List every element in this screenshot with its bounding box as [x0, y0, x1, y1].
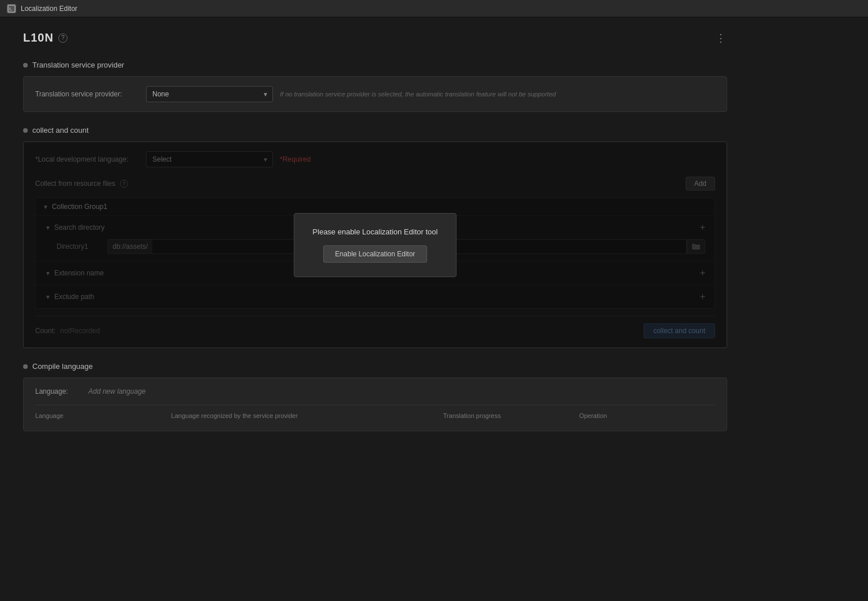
add-language-input[interactable]: [88, 387, 175, 395]
compile-body: Language: Language Language recognized b…: [23, 378, 727, 431]
translation-provider-header: Translation service provider: [23, 61, 727, 69]
title-bar-label: Localization Editor: [21, 5, 77, 13]
compile-dot: [23, 364, 28, 369]
app-title-group: L10N ?: [23, 31, 68, 44]
svg-text:L: L: [9, 6, 12, 12]
collect-count-header: collect and count: [23, 126, 727, 135]
translation-provider-body: Translation service provider: None ▼ If …: [23, 76, 727, 112]
translation-provider-section: Translation service provider Translation…: [23, 61, 727, 112]
compile-lang-title: Compile language: [32, 362, 93, 371]
app-header: L10N ? ⋮: [23, 31, 727, 44]
language-table-header: Language Language recognized by the serv…: [35, 405, 715, 421]
th-recognized: Language recognized by the service provi…: [171, 410, 443, 421]
language-label: Language:: [35, 387, 81, 395]
provider-select-wrapper: None ▼: [146, 86, 273, 102]
help-icon[interactable]: ?: [58, 33, 68, 43]
app-icon: L: [7, 4, 16, 13]
collect-body: *Local development language: Select ▼ *R…: [23, 141, 727, 348]
enable-localization-button[interactable]: Enable Localization Editor: [323, 245, 428, 263]
more-menu-icon[interactable]: ⋮: [716, 32, 727, 44]
section-dot: [23, 63, 28, 68]
collect-count-title: collect and count: [32, 126, 89, 135]
provider-hint: If no translation service provider is se…: [280, 91, 556, 98]
translation-provider-title: Translation service provider: [32, 61, 124, 69]
collect-dot: [23, 128, 28, 133]
overlay-box: Please enable Localization Editor tool E…: [294, 213, 457, 277]
th-progress: Translation progress: [443, 410, 579, 421]
provider-form-row: Translation service provider: None ▼ If …: [35, 86, 715, 102]
enable-overlay: Please enable Localization Editor tool E…: [24, 142, 727, 348]
th-language: Language: [35, 410, 171, 421]
language-row: Language:: [35, 387, 715, 395]
overlay-title: Please enable Localization Editor tool: [313, 227, 438, 236]
compile-lang-header: Compile language: [23, 362, 727, 371]
app-title-text: L10N: [23, 31, 54, 44]
provider-select[interactable]: None: [146, 86, 273, 102]
compile-language-section: Compile language Language: Language Lang…: [23, 362, 727, 431]
collect-count-section: collect and count *Local development lan…: [23, 126, 727, 348]
provider-label: Translation service provider:: [35, 90, 139, 98]
title-bar: L Localization Editor: [0, 0, 868, 17]
th-operation: Operation: [579, 410, 715, 421]
